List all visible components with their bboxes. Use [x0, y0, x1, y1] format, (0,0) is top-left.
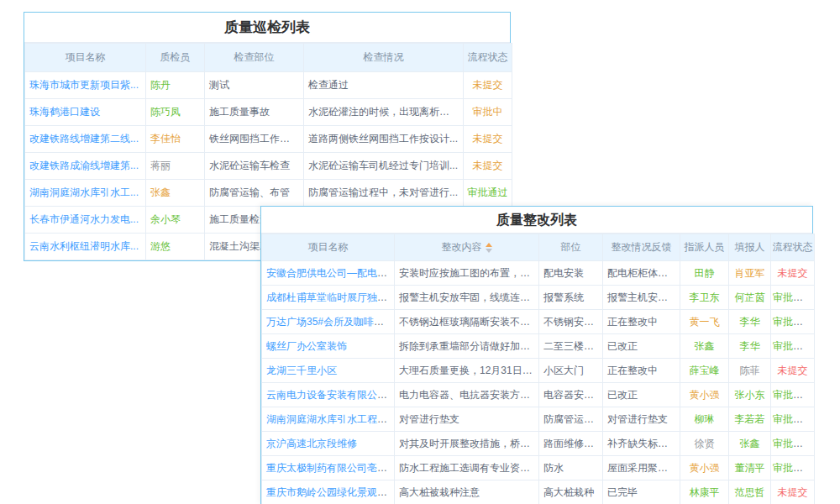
project-link[interactable]: 改建铁路成渝线增建第...	[29, 160, 139, 171]
table-cell: 云南水利枢纽潜明水库...	[25, 234, 146, 260]
table-cell: 防腐管运输过程中，未对管进行...	[304, 180, 464, 207]
status-text: 审批通过	[468, 186, 508, 198]
table-cell: 薛宝峰	[680, 359, 729, 383]
table-cell: 防水工程施工选调有专业资质...	[395, 456, 539, 480]
column-header-check-part: 检查部位	[205, 44, 304, 72]
table-cell: 防腐管运输、布管	[205, 180, 304, 207]
table-cell: 审批中	[464, 99, 512, 126]
table-cell: 何芷茵	[729, 286, 771, 310]
project-link[interactable]: 改建铁路线增建第二线...	[29, 133, 139, 144]
table-row: 安徽合肥供电公司—配电设备...安装时应按施工图的布置，将...配电安装配电柜柜…	[262, 261, 815, 286]
status-text: 未提交	[473, 79, 503, 91]
cell-text: 水泥砼运输车检查	[209, 160, 290, 171]
project-link[interactable]: 云南电力设备安装有限公司20...	[266, 389, 395, 401]
table-cell: 云南电力设备安装有限公司20...	[262, 383, 395, 407]
project-link[interactable]: 龙湖三千里小区	[266, 365, 337, 376]
table-cell: 珠海鹤港口建设	[25, 99, 146, 126]
table-cell: 龙湖三千里小区	[262, 359, 395, 383]
project-link[interactable]: 云南水利枢纽潜明水库...	[29, 240, 139, 252]
table-cell: 正在整改中	[603, 359, 680, 383]
status-text: 黄小强	[690, 389, 720, 401]
table-cell: 不锈钢安装...	[539, 310, 603, 334]
project-link[interactable]: 重庆太极制药有限公司亳州中...	[266, 462, 395, 474]
table-cell: 李华	[729, 310, 771, 334]
column-header-reporter: 填报人	[729, 234, 771, 261]
status-text: 何芷茵	[735, 291, 765, 303]
status-text: 审批通过	[773, 316, 813, 328]
table-cell: 柳琳	[680, 407, 729, 432]
cell-text: 水泥砼运输车司机经过专门培训...	[308, 160, 458, 171]
column-header-label: 流程状态	[468, 51, 508, 63]
sort-icon[interactable]	[486, 243, 492, 253]
inspection-table-title: 质量巡检列表	[24, 13, 510, 43]
rectification-table-title: 质量整改列表	[261, 207, 812, 234]
table-cell: 补齐缺失标志...	[603, 432, 680, 456]
project-link[interactable]: 重庆市鹅岭公园绿化景观提升...	[266, 486, 395, 498]
cell-text: 屋面采用聚氨...	[607, 462, 676, 474]
table-cell: 京沪高速北京段维修	[262, 432, 395, 456]
table-cell: 报警主机安放牢固，线缆连接...	[395, 286, 539, 310]
table-cell: 黄小强	[680, 456, 729, 480]
cell-text: 不锈钢安装...	[543, 316, 602, 328]
project-link[interactable]: 安徽合肥供电公司—配电设备...	[266, 267, 395, 279]
status-text: 蒋丽	[150, 160, 171, 171]
project-link[interactable]: 珠海市城市更新项目紫...	[29, 79, 139, 91]
cell-text: 正在整改中	[607, 365, 658, 376]
cell-text: 高大桩栽种	[543, 486, 594, 498]
table-cell: 报警主机安放...	[603, 286, 680, 310]
cell-text: 拆除到承重墙部分请做好加固...	[399, 340, 538, 352]
table-row: 珠海鹤港口建设陈巧凤施工质量事故水泥砼灌注的时候，出现离析现象审批中	[25, 99, 512, 126]
column-header-label: 项目名称	[308, 241, 349, 253]
table-cell: 游悠	[146, 234, 205, 260]
status-text: 陈菲	[740, 365, 760, 376]
table-cell: 黄小强	[680, 383, 729, 407]
status-text: 柳琳	[695, 413, 715, 425]
column-header-rectify-content[interactable]: 整改内容	[395, 234, 539, 261]
column-header-part: 部位	[539, 234, 603, 261]
table-cell: 大理石质量更换，12月31日之...	[395, 359, 539, 383]
project-link[interactable]: 京沪高速北京段维修	[266, 438, 357, 449]
project-link[interactable]: 万达广场35#会所及咖啡厅空...	[266, 316, 395, 328]
cell-text: 小区大门	[543, 365, 584, 376]
table-cell: 审批通过	[771, 310, 815, 334]
cell-text: 路面维修检...	[543, 438, 602, 449]
project-link[interactable]: 珠海鹤港口建设	[29, 106, 100, 118]
table-cell: 黄一飞	[680, 310, 729, 334]
table-cell: 改建铁路成渝线增建第...	[25, 153, 146, 180]
status-text: 范思哲	[735, 486, 765, 498]
status-text: 审批通过	[773, 291, 813, 303]
table-row: 改建铁路线增建第二线...李佳怡铁丝网围挡工作检查道路两侧铁丝网围挡工作按设计.…	[25, 126, 512, 153]
table-row: 重庆太极制药有限公司亳州中...防水工程施工选调有专业资质...防水屋面采用聚氨…	[262, 456, 815, 480]
cell-text: 对管进行垫支	[399, 413, 459, 425]
table-cell: 安装时应按施工图的布置，将...	[395, 261, 539, 286]
table-cell: 未提交	[771, 359, 815, 383]
table-cell: 铁丝网围挡工作检查	[205, 126, 304, 153]
table-cell: 安徽合肥供电公司—配电设备...	[262, 261, 395, 286]
status-text: 审批通过	[773, 389, 813, 401]
column-header-flow-status: 流程状态	[771, 234, 815, 261]
table-cell: 配电安装	[539, 261, 603, 286]
project-link[interactable]: 长春市伊通河水力发电...	[29, 213, 139, 225]
status-text: 未提交	[778, 365, 808, 376]
project-link[interactable]: 螺丝厂办公室装饰	[266, 340, 347, 352]
table-cell: 审批通过	[771, 383, 815, 407]
table-row: 京沪高速北京段维修对其及时开展整改措施，桥头...路面维修检...补齐缺失标志.…	[262, 432, 815, 456]
table-cell: 防水	[539, 456, 603, 480]
table-row: 珠海市城市更新项目紫...陈丹测试检查通过未提交	[25, 72, 512, 99]
table-cell: 二至三楼混...	[539, 334, 603, 359]
table-cell: 对管进行垫支	[395, 407, 539, 432]
table-cell: 张鑫	[146, 180, 205, 207]
table-cell: 林康平	[680, 480, 729, 504]
table-cell: 已完毕	[603, 480, 680, 504]
project-link[interactable]: 湖南洞庭湖水库引水工...	[29, 186, 139, 198]
table-cell: 道路两侧铁丝网围挡工作按设计...	[304, 126, 464, 153]
project-link[interactable]: 湖南洞庭湖水库引水工程施工1...	[266, 413, 395, 425]
cell-text: 二至三楼混...	[543, 340, 602, 352]
table-cell: 螺丝厂办公室装饰	[262, 334, 395, 359]
status-text: 审批通过	[773, 413, 813, 425]
status-text: 张小东	[735, 389, 765, 401]
cell-text: 配电柜柜体与...	[607, 267, 676, 279]
table-row: 成都杜甫草堂临时展厅独立展...报警主机安放牢固，线缆连接...报警系统报警主机…	[262, 286, 815, 310]
project-link[interactable]: 成都杜甫草堂临时展厅独立展...	[266, 291, 395, 303]
column-header-project-name: 项目名称	[262, 234, 395, 261]
